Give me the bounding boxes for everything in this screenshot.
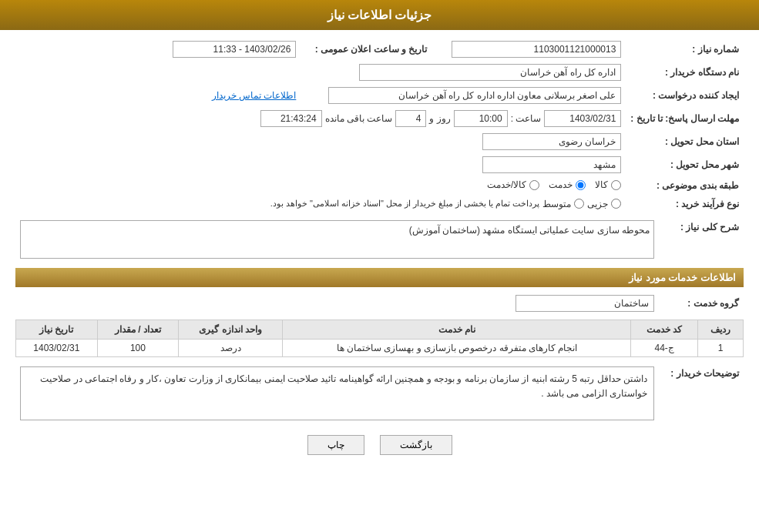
buyer-notes-text: داشتن حداقل رتبه 5 رشته ابنیه از سازمان … [20, 366, 654, 420]
deadline-label: مهلت ارسال پاسخ: تا تاریخ : [626, 107, 744, 130]
service-group-value: ساختمان [516, 295, 654, 312]
announcement-label: تاریخ و ساعت اعلان عمومی : [301, 38, 432, 61]
service-group-label: گروه خدمت : [659, 292, 744, 315]
cell-date: 1403/02/31 [16, 339, 98, 356]
main-info-table: شماره نیاز : 1103001121000013 تاریخ و سا… [15, 38, 744, 212]
purchase-type-label: نوع فرآیند خرید : [626, 196, 744, 212]
need-desc-value: محوطه سازی سایت عملیاتی ایستگاه مشهد (سا… [20, 220, 654, 259]
category-radio-group: کالا خدمت کالا/خدمت [487, 179, 621, 190]
category-kala-label: کالا [595, 179, 608, 190]
need-number-label: شماره نیاز : [626, 38, 744, 61]
col-header-code: کد خدمت [631, 320, 698, 339]
cell-code: ج-44 [631, 339, 698, 356]
cell-qty: 100 [97, 339, 179, 356]
col-header-name: نام خدمت [283, 320, 631, 339]
category-option-kala-khedmat[interactable]: کالا/خدمت [487, 179, 539, 190]
purchase-note: پرداخت تمام یا بخشی از مبلغ خریدار از مح… [270, 199, 540, 209]
city-value: مشهد [482, 156, 621, 173]
col-header-row: ردیف [698, 320, 744, 339]
page-wrapper: جزئیات اطلاعات نیاز شماره نیاز : 1103001… [0, 0, 759, 532]
deadline-remaining: 21:43:24 [260, 110, 322, 127]
purchase-option-jozi[interactable]: جزیی [587, 199, 621, 209]
need-desc-label: شرح کلی نیاز : [659, 217, 744, 262]
category-khedmat-label: خدمت [549, 179, 573, 190]
category-option-kala[interactable]: کالا [595, 179, 621, 190]
deadline-time-label: ساعت : [511, 113, 542, 124]
deadline-time: 10:00 [454, 110, 508, 127]
cell-row: 1 [698, 339, 744, 356]
creator-value: علی اصغر برسلانی معاون اداره اداره کل را… [328, 87, 621, 104]
purchase-option-mota[interactable]: متوسط [542, 199, 584, 209]
table-row: 1 ج-44 انجام کارهای متفرقه درخصوص بازساز… [16, 339, 744, 356]
page-title: جزئیات اطلاعات نیاز [327, 8, 432, 22]
services-section-title: اطلاعات خدمات مورد نیاز [15, 268, 744, 287]
back-button[interactable]: بازگشت [380, 435, 452, 455]
purchase-jozi-label: جزیی [587, 199, 608, 209]
category-option-khedmat[interactable]: خدمت [549, 179, 586, 190]
col-header-qty: تعداد / مقدار [97, 320, 179, 339]
deadline-date: 1403/02/31 [544, 110, 621, 127]
deadline-remaining-label: ساعت باقی مانده [325, 113, 393, 124]
page-header: جزئیات اطلاعات نیاز [0, 0, 759, 30]
deadline-days: 4 [395, 110, 426, 127]
announcement-value: 1403/02/26 - 11:33 [173, 41, 296, 58]
need-number-value: 1103001121000013 [452, 41, 621, 58]
purchase-mota-label: متوسط [542, 199, 571, 209]
col-header-date: تاریخ نیاز [16, 320, 98, 339]
province-label: استان محل تحویل : [626, 130, 744, 153]
content-area: شماره نیاز : 1103001121000013 تاریخ و سا… [0, 30, 759, 470]
buyer-notes-table: توضیحات خریدار : داشتن حداقل رتبه 5 رشته… [15, 363, 744, 423]
deadline-days-label: روز و [429, 113, 450, 124]
need-desc-table: شرح کلی نیاز : محوطه سازی سایت عملیاتی ا… [15, 217, 744, 262]
services-data-table: ردیف کد خدمت نام خدمت واحد اندازه گیری ت… [15, 320, 744, 357]
cell-unit: درصد [179, 339, 283, 356]
city-label: شهر محل تحویل : [626, 153, 744, 176]
cell-name: انجام کارهای متفرقه درخصوص بازسازی و بهس… [283, 339, 631, 356]
buyer-org-value: اداره کل راه آهن خراسان [359, 64, 621, 81]
province-value: خراسان رضوی [482, 133, 621, 150]
service-group-table: گروه خدمت : ساختمان [15, 292, 744, 315]
print-button[interactable]: چاپ [307, 435, 364, 455]
button-bar: بازگشت چاپ [15, 435, 744, 455]
category-label: طبقه بندی موضوعی : [626, 176, 744, 196]
buyer-notes-label: توضیحات خریدار : [659, 363, 744, 423]
col-header-unit: واحد اندازه گیری [179, 320, 283, 339]
category-kala-khedmat-label: کالا/خدمت [487, 179, 526, 190]
contact-link[interactable]: اطلاعات تماس خریدار [212, 90, 297, 101]
buyer-org-label: نام دستگاه خریدار : [626, 61, 744, 84]
creator-label: ایجاد کننده درخواست : [626, 84, 744, 107]
